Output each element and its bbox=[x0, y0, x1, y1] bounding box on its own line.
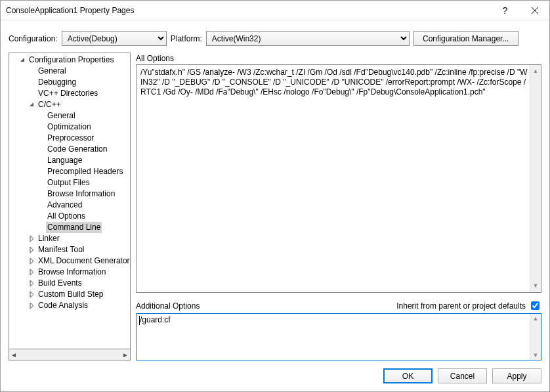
tree-custombuild[interactable]: Custom Build Step bbox=[9, 289, 130, 300]
tree-ccpp-cmdline[interactable]: Command Line bbox=[9, 222, 130, 233]
tree-linker[interactable]: Linker bbox=[9, 233, 130, 244]
expand-icon[interactable] bbox=[28, 302, 35, 310]
tree-ccpp-pch[interactable]: Precompiled Headers bbox=[9, 166, 130, 177]
expand-icon[interactable] bbox=[28, 235, 35, 243]
tree-ccpp-optimization[interactable]: Optimization bbox=[9, 121, 130, 133]
tree-configuration-properties[interactable]: Configuration Properties bbox=[9, 54, 130, 66]
collapse-icon[interactable] bbox=[18, 56, 26, 64]
close-icon bbox=[532, 7, 538, 14]
inherit-checkbox-label[interactable]: Inherit from parent or project defaults bbox=[396, 299, 541, 312]
tree-horizontal-scrollbar[interactable]: ◄ ► bbox=[9, 349, 131, 360]
expand-icon[interactable] bbox=[28, 246, 35, 254]
configuration-bar: Configuration: Active(Debug) Platform: A… bbox=[1, 20, 549, 53]
all-options-label: All Options bbox=[136, 54, 541, 63]
vertical-scrollbar[interactable]: ▲▼ bbox=[530, 65, 541, 292]
scroll-down-icon: ▼ bbox=[533, 281, 539, 291]
platform-combo[interactable]: Active(Win32) bbox=[206, 31, 410, 46]
property-pages-dialog: ConsoleApplication1 Property Pages ? Con… bbox=[0, 0, 550, 392]
tree-codeanalysis[interactable]: Code Analysis bbox=[9, 300, 130, 311]
ok-button[interactable]: OK bbox=[383, 368, 433, 383]
tree-ccpp-advanced[interactable]: Advanced bbox=[9, 200, 130, 211]
additional-options-textbox[interactable]: /guard:cf ▲▼ bbox=[136, 313, 541, 360]
additional-options-label: Additional Options bbox=[136, 301, 200, 311]
close-button[interactable] bbox=[520, 1, 549, 20]
tree-debugging[interactable]: Debugging bbox=[9, 77, 130, 88]
scroll-left-icon[interactable]: ◄ bbox=[11, 351, 17, 359]
titlebar: ConsoleApplication1 Property Pages ? bbox=[1, 1, 549, 20]
tree-manifest[interactable]: Manifest Tool bbox=[9, 244, 130, 255]
configuration-label: Configuration: bbox=[9, 34, 58, 43]
vertical-scrollbar[interactable]: ▲▼ bbox=[530, 314, 541, 360]
platform-label: Platform: bbox=[171, 34, 202, 43]
additional-options-text: /guard:cf bbox=[140, 315, 171, 324]
expand-icon[interactable] bbox=[28, 257, 35, 265]
tree-ccpp-language[interactable]: Language bbox=[9, 155, 130, 166]
apply-button[interactable]: Apply bbox=[492, 368, 541, 383]
tree-ccpp-browse[interactable]: Browse Information bbox=[9, 188, 130, 200]
tree-general[interactable]: General bbox=[9, 66, 130, 77]
tree-ccpp-preprocessor[interactable]: Preprocessor bbox=[9, 133, 130, 144]
tree-ccpp-output[interactable]: Output Files bbox=[9, 177, 130, 188]
tree-buildevents[interactable]: Build Events bbox=[9, 278, 130, 289]
expand-icon[interactable] bbox=[28, 269, 35, 276]
property-tree[interactable]: Configuration Properties General Debuggi… bbox=[9, 53, 131, 349]
all-options-textbox[interactable]: /Yu"stdafx.h" /GS /analyze- /W3 /Zc:wcha… bbox=[136, 64, 541, 293]
tree-ccpp-codegen[interactable]: Code Generation bbox=[9, 144, 130, 155]
configuration-combo[interactable]: Active(Debug) bbox=[62, 31, 167, 46]
tree-ccpp-alloptions[interactable]: All Options bbox=[9, 211, 130, 222]
cancel-button[interactable]: Cancel bbox=[438, 368, 487, 383]
window-title: ConsoleApplication1 Property Pages bbox=[6, 6, 490, 15]
tree-ccpp-general[interactable]: General bbox=[9, 110, 130, 121]
collapse-icon[interactable] bbox=[28, 101, 35, 109]
scroll-right-icon[interactable]: ► bbox=[122, 351, 129, 359]
expand-icon[interactable] bbox=[28, 291, 35, 299]
tree-c-cpp[interactable]: C/C++ bbox=[9, 99, 130, 110]
dialog-footer: OK Cancel Apply bbox=[1, 360, 549, 391]
tree-xmldoc[interactable]: XML Document Generator bbox=[9, 255, 130, 267]
all-options-text: /Yu"stdafx.h" /GS /analyze- /W3 /Zc:wcha… bbox=[140, 68, 528, 97]
tree-browseinfo[interactable]: Browse Information bbox=[9, 267, 130, 278]
tree-vc-directories[interactable]: VC++ Directories bbox=[9, 88, 130, 99]
help-button[interactable]: ? bbox=[490, 1, 520, 20]
configuration-manager-button[interactable]: Configuration Manager... bbox=[413, 31, 518, 46]
inherit-checkbox[interactable] bbox=[531, 301, 539, 310]
expand-icon[interactable] bbox=[28, 280, 35, 288]
scroll-down-icon: ▼ bbox=[533, 352, 539, 359]
scroll-up-icon: ▲ bbox=[533, 315, 539, 322]
scroll-up-icon: ▲ bbox=[533, 66, 539, 76]
